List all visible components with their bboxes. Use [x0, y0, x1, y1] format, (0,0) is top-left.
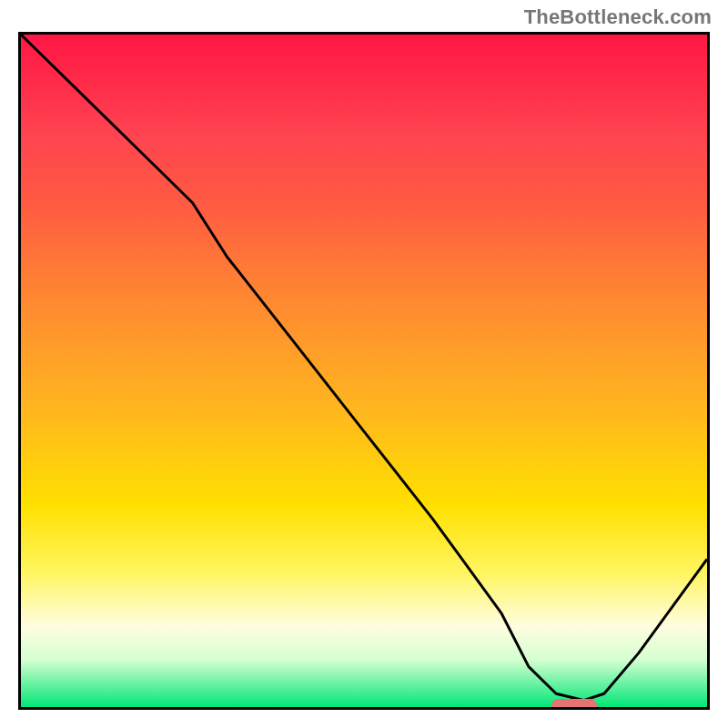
watermark-text: TheBottleneck.com [524, 5, 712, 29]
curve-path [21, 35, 707, 701]
bottleneck-curve [21, 35, 707, 707]
chart-frame: TheBottleneck.com [0, 0, 728, 728]
plot-area [18, 32, 710, 710]
optimal-marker [551, 699, 597, 711]
